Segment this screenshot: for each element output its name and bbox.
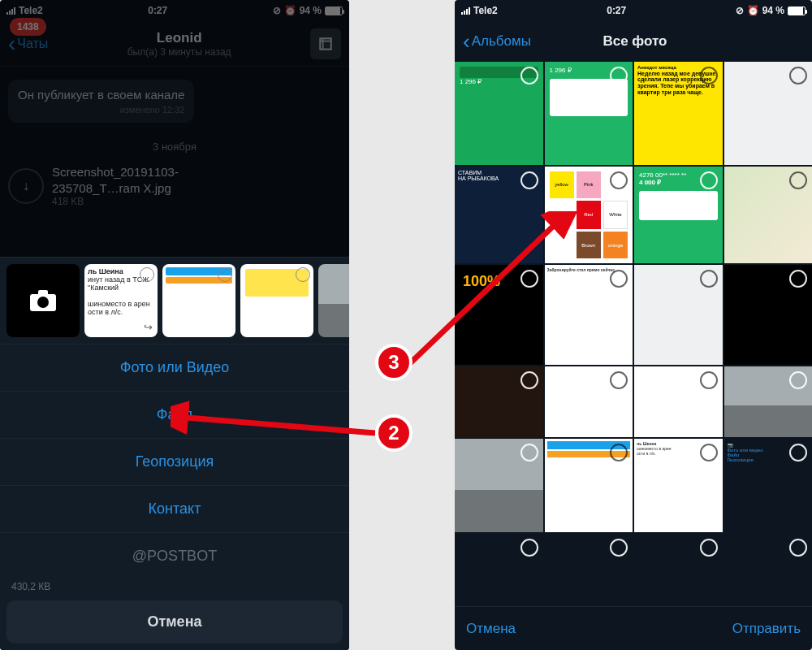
photo-cell[interactable] xyxy=(455,534,543,606)
attach-postbot[interactable]: @POSTBOT xyxy=(0,532,349,579)
photo-thumb[interactable] xyxy=(240,264,313,337)
chat-body: Он публикует в своем канале изменено 12:… xyxy=(0,67,349,215)
photo-cell[interactable]: ль Шеинашиноместо в арености в л/с. xyxy=(634,439,723,531)
lock-icon: ⊘ xyxy=(736,5,744,16)
attach-contact[interactable]: Контакт xyxy=(0,485,349,532)
chat-header: 1438 ‹ Чаты Leonid был(а) 3 минуты назад xyxy=(0,21,349,67)
status-bar: Tele2 0:27 ⊘ ⏰ 94 % xyxy=(455,0,812,21)
date-separator: 3 ноября xyxy=(8,141,341,153)
battery-pct: 94 % xyxy=(762,5,784,16)
photo-cell[interactable]: 📷Фото или видеоФайлГеопозиция xyxy=(724,439,813,531)
picker-footer: Отмена Отправить xyxy=(455,606,812,650)
chat-subtitle: был(а) 3 минуты назад xyxy=(48,46,310,58)
photo-cell[interactable] xyxy=(724,265,813,364)
back-button[interactable]: Чаты xyxy=(17,37,48,51)
message-text: Он публикует в своем канале xyxy=(18,88,184,102)
signal-icon xyxy=(461,6,470,15)
annotation-arrow-3 xyxy=(406,211,585,374)
carrier-label: Tele2 xyxy=(473,5,498,16)
file-name-line1: Screenshot_20191103- xyxy=(52,164,179,180)
alarm-icon: ⏰ xyxy=(284,5,296,16)
photo-cell[interactable] xyxy=(455,439,543,531)
picker-cancel[interactable]: Отмена xyxy=(466,621,516,637)
photo-cell[interactable] xyxy=(455,366,543,437)
cancel-button[interactable]: Отмена xyxy=(6,600,343,644)
picker-header: ‹ Альбомы Все фото xyxy=(455,21,812,62)
photo-cell[interactable] xyxy=(724,366,813,437)
photo-cell[interactable] xyxy=(724,167,813,263)
carrier-label: Tele2 xyxy=(19,5,43,16)
photo-cell[interactable] xyxy=(634,366,723,437)
photo-cell[interactable]: 4276 00** **** **4 000 ₽ xyxy=(634,167,723,263)
photo-cell[interactable]: 1 296 ₽ xyxy=(455,62,543,165)
photo-cell[interactable] xyxy=(724,62,813,165)
photo-thumb[interactable] xyxy=(318,264,349,337)
photo-thumb[interactable]: ль Шеина инут назад в ТСЖ "Камский шином… xyxy=(84,264,158,337)
annotation-arrow-2 xyxy=(171,401,382,449)
annotation-badge-2: 2 xyxy=(375,414,412,452)
attachment-sheet: ль Шеина инут назад в ТСЖ "Камский шином… xyxy=(0,257,349,650)
phone-left: Tele2 0:27 ⊘ ⏰ 94 % 1438 ‹ Чаты Leonid б… xyxy=(0,0,349,650)
photo-cell[interactable] xyxy=(634,534,723,606)
alarm-icon: ⏰ xyxy=(747,5,759,16)
photo-cell[interactable] xyxy=(545,439,633,531)
photo-cell[interactable] xyxy=(634,265,723,364)
download-icon[interactable]: ↓ xyxy=(8,168,44,204)
photo-cell[interactable]: Анекдот месяцаНеделю назад мое девушке с… xyxy=(634,62,723,165)
message-bubble[interactable]: Он публикует в своем канале изменено 12:… xyxy=(8,80,194,123)
svg-rect-0 xyxy=(320,38,330,49)
photo-cell[interactable]: 1 296 ₽ xyxy=(545,62,633,165)
picker-send[interactable]: Отправить xyxy=(732,621,801,637)
photo-thumb[interactable] xyxy=(162,264,235,337)
albums-back[interactable]: ‹ Альбомы xyxy=(463,29,531,54)
unread-badge: 1438 xyxy=(10,18,46,36)
clock: 0:27 xyxy=(148,5,167,16)
annotation-badge-3: 3 xyxy=(375,344,412,381)
chevron-left-icon: ‹ xyxy=(463,29,470,54)
photo-cell[interactable] xyxy=(545,366,633,437)
svg-point-3 xyxy=(37,297,49,308)
photo-cell[interactable] xyxy=(724,534,813,606)
file-message[interactable]: ↓ Screenshot_20191103- 235708_T…ram X.jp… xyxy=(8,164,341,209)
file-size: 418 KB xyxy=(52,196,179,209)
camera-icon xyxy=(28,288,58,313)
svg-rect-2 xyxy=(38,290,48,296)
battery-icon xyxy=(788,6,806,15)
svg-line-4 xyxy=(177,417,375,433)
chat-title[interactable]: Leonid xyxy=(48,30,310,46)
svg-line-5 xyxy=(408,219,560,366)
truncated-size: 430,2 КВ xyxy=(0,579,349,594)
status-bar: Tele2 0:27 ⊘ ⏰ 94 % xyxy=(0,0,349,21)
battery-icon xyxy=(325,6,343,15)
recent-photos-strip[interactable]: ль Шеина инут назад в ТСЖ "Камский шином… xyxy=(0,258,349,344)
picker-title: Все фото xyxy=(603,33,667,50)
clock: 0:27 xyxy=(607,5,626,16)
battery-pct: 94 % xyxy=(300,5,322,16)
message-edited: изменено 12:32 xyxy=(18,105,184,115)
chat-avatar[interactable] xyxy=(310,28,341,59)
share-icon: ↪ xyxy=(144,321,153,333)
camera-thumb[interactable] xyxy=(6,264,80,337)
attach-photo-video[interactable]: Фото или Видео xyxy=(0,344,349,391)
signal-icon xyxy=(6,6,15,15)
file-name-line2: 235708_T…ram X.jpg xyxy=(52,180,179,197)
photo-cell[interactable] xyxy=(545,534,633,606)
lock-icon: ⊘ xyxy=(273,5,281,16)
